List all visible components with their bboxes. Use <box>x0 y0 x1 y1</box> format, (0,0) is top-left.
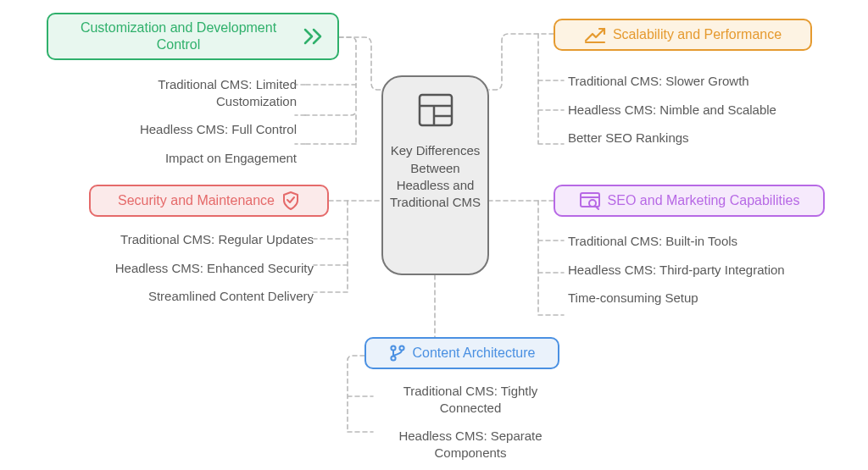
browser-search-icon <box>579 191 601 210</box>
architecture-bullets: Traditional CMS: Tightly Connected Headl… <box>373 383 568 470</box>
svg-rect-0 <box>420 95 452 125</box>
category-security: Security and Maintenance <box>89 185 329 217</box>
list-item: Traditional CMS: Regular Updates <box>68 231 314 248</box>
list-item: Traditional CMS: Tightly Connected <box>373 383 568 416</box>
seo-bullets: Traditional CMS: Built-in Tools Headless… <box>568 233 788 318</box>
category-scalability-label: Scalability and Performance <box>613 26 782 43</box>
list-item: Traditional CMS: Slower Growth <box>568 73 788 90</box>
list-item: Headless CMS: Third-party Integration <box>568 262 788 279</box>
category-customization-label: Customization and Development Control <box>60 19 297 53</box>
list-item: Traditional CMS: Built-in Tools <box>568 233 788 250</box>
list-item: Impact on Engagement <box>85 150 297 167</box>
list-item: Headless CMS: Enhanced Security <box>68 260 314 277</box>
shield-check-icon <box>281 191 300 211</box>
center-title: Key Differences Between Headless and Tra… <box>383 142 487 211</box>
list-item: Headless CMS: Nimble and Scalable <box>568 102 788 119</box>
customization-bullets: Traditional CMS: Limited Customization H… <box>85 76 297 178</box>
category-seo-label: SEO and Marketing Capabilities <box>608 192 800 209</box>
scale-speed-icon <box>584 25 606 44</box>
forward-double-arrow-icon <box>303 28 326 45</box>
scalability-bullets: Traditional CMS: Slower Growth Headless … <box>568 73 788 158</box>
list-item: Headless CMS: Separate Components <box>373 428 568 461</box>
list-item: Headless CMS: Full Control <box>85 121 297 138</box>
svg-point-8 <box>391 346 395 350</box>
security-bullets: Traditional CMS: Regular Updates Headles… <box>68 231 314 317</box>
category-architecture: Content Architecture <box>364 337 559 369</box>
category-scalability: Scalability and Performance <box>554 19 812 51</box>
list-item: Time-consuming Setup <box>568 290 788 307</box>
layout-icon <box>415 91 456 134</box>
svg-point-10 <box>391 356 395 360</box>
list-item: Traditional CMS: Limited Customization <box>85 76 297 109</box>
category-customization: Customization and Development Control <box>47 13 339 60</box>
branch-icon <box>389 344 406 362</box>
svg-point-9 <box>399 346 403 350</box>
category-architecture-label: Content Architecture <box>413 345 536 362</box>
center-node: Key Differences Between Headless and Tra… <box>381 75 489 275</box>
list-item: Better SEO Rankings <box>568 130 788 147</box>
category-security-label: Security and Maintenance <box>118 192 275 209</box>
list-item: Streamlined Content Delivery <box>68 288 314 305</box>
category-seo: SEO and Marketing Capabilities <box>554 185 825 217</box>
